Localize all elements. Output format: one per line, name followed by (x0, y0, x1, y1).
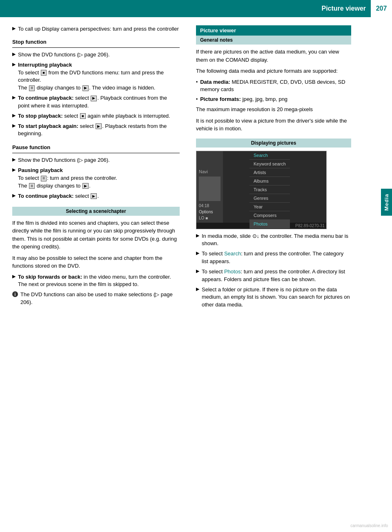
arrow-icon: ▶ (196, 250, 199, 256)
stop-btn-icon2: ■ (80, 113, 86, 119)
arrow-icon: ▶ (12, 62, 16, 67)
pause-divider (12, 153, 180, 153)
page-number: 207 (371, 0, 392, 17)
arrow-icon: ▶ (12, 274, 16, 279)
stop-item-2-text: Interrupting playback To select ■ from t… (18, 61, 180, 92)
pause-btn-icon3: II (29, 183, 35, 189)
pv-para1: If there are pictures on the active data… (196, 48, 351, 64)
arrow-icon: ▶ (12, 123, 16, 128)
dot-icon: • (196, 79, 198, 85)
display-item-1-text: In media mode, slide ⊙↓ the controller. … (202, 232, 351, 248)
menu-thumbnail (199, 177, 220, 201)
arrow-icon: ▶ (12, 167, 16, 172)
menu-item-search: Search (249, 151, 290, 160)
stop-item-5-text: To start playback again: select ▶. Playb… (18, 123, 180, 138)
pause-item-1: ▶ Show the DVD functions (▷ page 206). (12, 156, 180, 164)
menu-item-albums: Albums (249, 177, 290, 186)
arrow-icon: ▶ (12, 193, 16, 198)
stop-item-4: ▶ To stop playback: select ■ again while… (12, 112, 180, 120)
display-item-3-text: To select Photos: turn and press the con… (202, 268, 351, 284)
pause-item-3-text: To continue playback: select ▶. (18, 192, 180, 200)
top-bullet-text: To call up Display camera perspectives: … (18, 25, 180, 33)
menu-lo-label: LO ■ (196, 215, 223, 221)
left-column: ▶ To call up Display camera perspectives… (0, 25, 188, 311)
dot-icon: • (196, 96, 198, 102)
header-title: Picture viewer (0, 5, 371, 12)
stop-item-1: ▶ Show the DVD functions (▷ page 206). (12, 51, 180, 59)
menu-item-photos: Photos (249, 220, 290, 228)
menu-item-artists: Artists (249, 168, 290, 177)
info-item-1: i The DVD functions can also be used to … (12, 291, 180, 306)
pause-btn-icon: II (29, 85, 35, 91)
arrow-icon: ▶ (12, 113, 16, 118)
menu-screenshot: Navi 04:18 Options LO ■ Search Keyword s… (196, 151, 327, 229)
scene-item-1-text: To skip forwards or back: in the video m… (18, 273, 180, 289)
stop-item-3-text: To continue playback: select ▶. Playback… (18, 94, 180, 110)
menu-item-genres: Genres (249, 194, 290, 203)
play-btn-icon2: ▶ (91, 96, 97, 101)
data-media-item: • Data media: MEDIA REGISTER, CD, DVD, U… (196, 78, 351, 94)
display-item-2-text: To select Search: turn and press the con… (202, 250, 351, 266)
arrow-icon: ▶ (12, 26, 16, 31)
displaying-pictures-header: Displaying pictures (196, 139, 351, 148)
display-item-4: ▶ Select a folder or picture. If there i… (196, 286, 351, 309)
play-btn-icon4: ▶ (82, 183, 89, 189)
menu-options-label: Options (196, 209, 223, 215)
play-btn-icon3: ▶ (96, 123, 102, 129)
content-wrapper: ▶ To call up Display camera perspectives… (0, 17, 392, 320)
pv-para4: It is not possible to view a picture fro… (196, 117, 351, 133)
arrow-icon: ▶ (12, 95, 16, 100)
menu-item-composers: Composers (249, 211, 290, 220)
stop-btn-icon: ■ (41, 70, 47, 76)
arrow-icon: ▶ (12, 157, 16, 162)
pause-item-1-text: Show the DVD functions (▷ page 206). (18, 156, 180, 164)
picture-viewer-box-header: Picture viewer (196, 25, 351, 36)
scene-chapter-section: Selecting a scene/chapter If the film is… (12, 207, 180, 306)
pause-item-3: ▶ To continue playback: select ▶. (12, 192, 180, 200)
top-bullet-item: ▶ To call up Display camera perspectives… (12, 25, 180, 33)
menu-item-tracks: Tracks (249, 186, 290, 194)
picture-formats-item: • Picture formats: jpeg, jpg, bmp, png (196, 96, 351, 103)
menu-item-year: Year (249, 203, 290, 211)
menu-navi-label: Navi (196, 168, 223, 175)
stop-item-4-text: To stop playback: select ■ again while p… (18, 112, 180, 120)
play-btn-icon5: ▶ (91, 193, 97, 199)
stop-item-2: ▶ Interrupting playback To select ■ from… (12, 61, 180, 92)
arrow-icon: ▶ (196, 286, 199, 292)
stop-divider (12, 47, 180, 48)
right-column: Picture viewer General notes If there ar… (188, 25, 376, 311)
photos-link: Photos (224, 268, 241, 275)
stop-item-3: ▶ To continue playback: select ▶. Playba… (12, 94, 180, 110)
pause-function-heading: Pause function (12, 144, 180, 150)
pause-item-2: ▶ Pausing playback To select II: turn an… (12, 167, 180, 190)
scene-item-1: ▶ To skip forwards or back: in the video… (12, 273, 180, 289)
scene-body-1: If the film is divided into scenes and c… (12, 219, 180, 251)
stop-item-1-text: Show the DVD functions (▷ page 206). (18, 51, 180, 59)
general-notes-header: General notes (196, 36, 351, 45)
data-media-text: Data media: MEDIA REGISTER, CD, DVD, USB… (200, 78, 351, 94)
play-btn-icon: ▶ (82, 85, 89, 91)
info-icon: i (12, 291, 18, 297)
display-item-1: ▶ In media mode, slide ⊙↓ the controller… (196, 232, 351, 248)
menu-left-panel: Navi 04:18 Options LO ■ (196, 151, 223, 223)
pv-para3: The maximum image resolution is 20 mega-… (196, 105, 351, 114)
pause-btn-icon2: II (41, 176, 47, 181)
picture-viewer-box: Picture viewer General notes If there ar… (196, 25, 351, 133)
display-item-3: ▶ To select Photos: turn and press the c… (196, 268, 351, 284)
header-bar: Picture viewer 207 (0, 0, 392, 17)
display-item-2: ▶ To select Search: turn and press the c… (196, 250, 351, 266)
menu-right-panel: Search Keyword search Artists Albums Tra… (249, 151, 290, 223)
watermark: carmanualsoline.info (350, 523, 388, 528)
stop-function-heading: Stop function (12, 39, 180, 45)
pause-item-2-text: Pausing playback To select II: turn and … (18, 167, 180, 190)
arrow-icon: ▶ (196, 233, 199, 238)
menu-time: 04:18 (196, 203, 223, 209)
scene-chapter-heading: Selecting a scene/chapter (12, 207, 180, 216)
menu-item-keyword: Keyword search (249, 160, 290, 168)
picture-formats-text: Picture formats: jpeg, jpg, bmp, png (200, 96, 351, 103)
info-item-1-text: The DVD functions can also be used to ma… (20, 291, 180, 306)
arrow-icon: ▶ (12, 51, 16, 57)
display-item-4-text: Select a folder or picture. If there is … (202, 286, 351, 309)
search-link: Search (224, 250, 241, 257)
arrow-icon: ▶ (196, 268, 199, 274)
